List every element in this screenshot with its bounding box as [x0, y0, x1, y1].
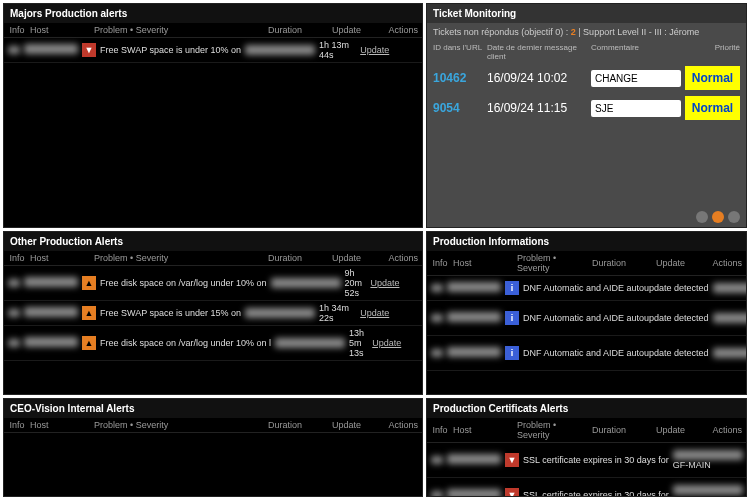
- table-row[interactable]: iDNF Automatic and AIDE autoupdate detec…: [427, 336, 746, 371]
- problem-text: Free disk space on /var/log under 10% on: [100, 278, 267, 288]
- dot-active[interactable]: [712, 211, 724, 223]
- ticket-row[interactable]: 905416/09/24 11:15SJENormal: [433, 93, 740, 123]
- ticket-priority: Normal: [685, 66, 740, 90]
- problem-text: Free disk space on /var/log under 10% on…: [100, 338, 271, 348]
- table-row[interactable]: ▲Free disk space on /var/log under 10% o…: [4, 326, 422, 361]
- panel-title: CEO-Vision Internal Alerts: [4, 399, 422, 418]
- host-cell: [447, 282, 501, 294]
- severity-icon: ▲: [82, 276, 96, 290]
- panel-title: Ticket Monitoring: [427, 4, 746, 23]
- table-header: InfoHostProblem • SeverityDurationUpdate…: [427, 251, 746, 276]
- ticket-subtitle: Tickets non répondus (objectif 0) : 2 | …: [433, 27, 740, 37]
- host-cell: [447, 312, 501, 324]
- dot[interactable]: [728, 211, 740, 223]
- problem-cell: iDNF Automatic and AIDE autoupdate detec…: [505, 281, 747, 295]
- info-cell: [8, 46, 20, 54]
- problem-cell: ▲Free disk space on /var/log under 10% o…: [82, 336, 345, 350]
- host-cell: [24, 44, 78, 56]
- info-cell: [8, 279, 20, 287]
- ticket-comment[interactable]: CHANGE: [591, 70, 681, 87]
- problem-cell: ▼SSL certificate expires in 30 days forG…: [505, 485, 743, 497]
- severity-icon: i: [505, 311, 519, 325]
- host-cell: [24, 337, 78, 349]
- update-link[interactable]: Update: [372, 338, 401, 348]
- table-header: InfoHostProblem • SeverityDurationUpdate…: [4, 251, 422, 266]
- severity-icon: ▲: [82, 306, 96, 320]
- problem-text: DNF Automatic and AIDE autoupdate detect…: [523, 283, 709, 293]
- pager-dots[interactable]: [433, 205, 740, 223]
- info-cell: [8, 309, 20, 317]
- info-cell: [431, 314, 443, 322]
- ticket-panel: Ticket Monitoring Tickets non répondus (…: [426, 3, 747, 228]
- table-header: InfoHostProblem • SeverityDurationUpdate…: [427, 418, 746, 443]
- panel-title: Other Production Alerts: [4, 232, 422, 251]
- ticket-id[interactable]: 10462: [433, 71, 483, 85]
- severity-icon: ▼: [505, 453, 519, 467]
- table-row[interactable]: ▼SSL certificate expires in 30 days forG…: [427, 443, 746, 478]
- problem-text: DNF Automatic and AIDE autoupdate detect…: [523, 348, 709, 358]
- info-panel: Production Informations InfoHostProblem …: [426, 231, 747, 395]
- table-row[interactable]: ▲Free SWAP space is under 15% on1h 34m 2…: [4, 301, 422, 326]
- severity-icon: ▲: [82, 336, 96, 350]
- other-panel: Other Production Alerts InfoHostProblem …: [3, 231, 423, 395]
- table-row[interactable]: ▼SSL certificate expires in 30 days forG…: [427, 478, 746, 497]
- ticket-comment[interactable]: SJE: [591, 100, 681, 117]
- table-row[interactable]: ▲Free disk space on /var/log under 10% o…: [4, 266, 422, 301]
- update-link[interactable]: Update: [370, 278, 399, 288]
- host-cell: [24, 277, 78, 289]
- ticket-priority: Normal: [685, 96, 740, 120]
- host-cell: [447, 489, 501, 497]
- problem-text: DNF Automatic and AIDE autoupdate detect…: [523, 313, 709, 323]
- severity-icon: i: [505, 281, 519, 295]
- host-cell: [24, 307, 78, 319]
- problem-text: SSL certificate expires in 30 days for: [523, 455, 669, 465]
- problem-cell: ▼SSL certificate expires in 30 days forG…: [505, 450, 743, 470]
- problem-text: SSL certificate expires in 30 days for: [523, 490, 669, 497]
- duration-cell: 13h 5m 13s: [349, 328, 368, 358]
- severity-icon: i: [505, 346, 519, 360]
- update-link[interactable]: Update: [360, 45, 389, 55]
- panel-title: Majors Production alerts: [4, 4, 422, 23]
- host-cell: [447, 454, 501, 466]
- info-cell: [431, 284, 443, 292]
- problem-cell: iDNF Automatic and AIDE autoupdate detec…: [505, 346, 747, 360]
- info-cell: [431, 456, 443, 464]
- certs-panel: Production Certificats Alerts InfoHostPr…: [426, 398, 747, 497]
- duration-cell: 1h 34m 22s: [319, 303, 356, 323]
- info-cell: [431, 349, 443, 357]
- ticket-id[interactable]: 9054: [433, 101, 483, 115]
- problem-text-2: GF-MAIN: [673, 460, 743, 470]
- severity-icon: ▼: [505, 488, 519, 497]
- internal-panel: CEO-Vision Internal Alerts InfoHostProbl…: [3, 398, 423, 497]
- problem-cell: ▼Free SWAP space is under 10% on: [82, 43, 315, 57]
- problem-text-2: GF-MAIN: [673, 495, 743, 497]
- table-header: InfoHostProblem • SeverityDurationUpdate…: [4, 418, 422, 433]
- ticket-header: ID dans l'URLDate de dernier message cli…: [433, 41, 740, 63]
- problem-text: Free SWAP space is under 15% on: [100, 308, 241, 318]
- problem-cell: ▲Free SWAP space is under 15% on: [82, 306, 315, 320]
- ticket-date: 16/09/24 11:15: [487, 101, 587, 115]
- info-cell: [8, 339, 20, 347]
- ticket-row[interactable]: 1046216/09/24 10:02CHANGENormal: [433, 63, 740, 93]
- table-row[interactable]: iDNF Automatic and AIDE autoupdate detec…: [427, 276, 746, 301]
- table-row[interactable]: ▼Free SWAP space is under 10% on1h 13m 4…: [4, 38, 422, 63]
- info-cell: [431, 491, 443, 497]
- dot[interactable]: [696, 211, 708, 223]
- panel-title: Production Informations: [427, 232, 746, 251]
- host-cell: [447, 347, 501, 359]
- problem-cell: iDNF Automatic and AIDE autoupdate detec…: [505, 311, 747, 325]
- problem-text: Free SWAP space is under 10% on: [100, 45, 241, 55]
- severity-icon: ▼: [82, 43, 96, 57]
- majors-panel: Majors Production alerts InfoHostProblem…: [3, 3, 423, 228]
- duration-cell: 1h 13m 44s: [319, 40, 356, 60]
- table-header: InfoHostProblem • SeverityDurationUpdate…: [4, 23, 422, 38]
- ticket-date: 16/09/24 10:02: [487, 71, 587, 85]
- problem-cell: ▲Free disk space on /var/log under 10% o…: [82, 276, 341, 290]
- table-row[interactable]: iDNF Automatic and AIDE autoupdate detec…: [427, 301, 746, 336]
- panel-title: Production Certificats Alerts: [427, 399, 746, 418]
- duration-cell: 9h 20m 52s: [345, 268, 367, 298]
- update-link[interactable]: Update: [360, 308, 389, 318]
